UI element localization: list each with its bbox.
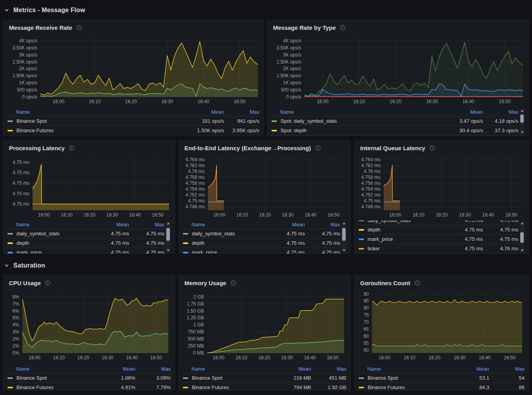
series-label[interactable]: depth	[192, 240, 205, 246]
series-label[interactable]: Spot: depth	[281, 127, 307, 133]
legend-sort-mean[interactable]: Mean	[122, 366, 135, 372]
series-label[interactable]: daily_symbol_stats	[16, 231, 60, 237]
legend-scrollbar[interactable]	[519, 221, 525, 253]
series-label[interactable]: depth	[16, 240, 29, 246]
scrollbar-up-arrow-icon[interactable]	[343, 222, 346, 224]
svg-text:16:30: 16:30	[106, 212, 118, 218]
series-label[interactable]: daily_symbol_stats	[368, 220, 411, 223]
time-series-chart[interactable]: 16:0016:1016:2016:3016:4016:504K ops/s3.…	[271, 33, 525, 108]
legend-scrollbar[interactable]	[341, 221, 346, 253]
legend-sort-mean[interactable]: Mean	[476, 366, 489, 372]
panel-title[interactable]: Internal Queue Latency	[360, 145, 425, 151]
panel-title[interactable]: Goroutines Count	[360, 280, 410, 286]
legend-scrollbar[interactable]	[519, 109, 525, 135]
panel-title[interactable]: Memory Usage	[184, 280, 226, 286]
scrollbar-up-arrow-icon[interactable]	[167, 222, 170, 224]
series-label[interactable]: Binance Futures	[368, 384, 405, 390]
info-icon[interactable]	[315, 145, 321, 151]
series-label[interactable]: ticker	[368, 246, 380, 251]
legend-sort-name[interactable]: Name	[191, 366, 205, 372]
time-series-chart[interactable]: 16:0016:1016:2016:3016:4016:504.75 ms4.7…	[7, 153, 171, 220]
scrollbar-track[interactable]	[342, 225, 346, 249]
panel-title[interactable]: Processing Latency	[9, 145, 65, 151]
panel-title[interactable]: CPU Usage	[9, 280, 41, 286]
legend-sort-mean[interactable]: Mean	[470, 109, 483, 115]
legend-sort-mean[interactable]: Mean	[298, 366, 311, 372]
svg-text:16:10: 16:10	[61, 212, 73, 218]
time-series-chart[interactable]: 16:0016:1016:2016:3016:4016:504.764 ms4.…	[183, 153, 346, 220]
series-color-swatch-icon	[183, 233, 188, 235]
legend: NameMeanMaxdaily_symbol_stats4.75 ms4.75…	[183, 220, 346, 253]
info-icon[interactable]	[76, 25, 82, 31]
info-icon[interactable]	[414, 280, 420, 286]
scrollbar-down-arrow-icon[interactable]	[521, 131, 524, 133]
legend-sort-mean[interactable]: Mean	[292, 222, 305, 228]
legend-sort-mean[interactable]: Mean	[211, 109, 224, 115]
legend-sort-max[interactable]: Max	[515, 366, 525, 372]
series-label[interactable]: Binance Spot	[192, 375, 222, 381]
series-label[interactable]: mark_price	[192, 249, 217, 253]
legend-sort-max[interactable]: Max	[161, 366, 171, 372]
series-mean-value: 4.75 ms	[87, 240, 129, 246]
time-series-chart[interactable]: 16:0016:1016:2016:3016:4016:504.764 ms4.…	[359, 153, 525, 220]
series-label[interactable]: daily_symbol_stats	[192, 231, 235, 237]
legend-sort-max[interactable]: Max	[250, 109, 259, 115]
scrollbar-thumb[interactable]	[520, 232, 524, 243]
scrollbar-track[interactable]	[520, 113, 524, 131]
svg-text:16:00: 16:00	[53, 99, 64, 104]
svg-text:65: 65	[364, 326, 369, 332]
svg-text:500 ops/s: 500 ops/s	[17, 87, 37, 93]
time-series-chart[interactable]: 16:0016:1016:2016:3016:4016:509085807570…	[359, 288, 525, 365]
panel-title[interactable]: Message Rate by Type	[273, 24, 336, 31]
series-label[interactable]: mark_price	[16, 249, 42, 253]
svg-text:1.50K ops/s: 1.50K ops/s	[277, 73, 301, 78]
series-label[interactable]: Binance Futures	[16, 127, 54, 133]
scrollbar-thumb[interactable]	[520, 115, 524, 123]
legend-rows: NameMeanMaxdaily_symbol_stats4.75 ms4.75…	[183, 220, 346, 253]
legend-scrollbar[interactable]	[166, 221, 171, 253]
legend-sort-name[interactable]: Name	[16, 366, 30, 372]
scrollbar-thumb[interactable]	[166, 228, 170, 241]
time-series-chart[interactable]: 16:0016:1016:2016:3016:4016:502 GB1.75 G…	[183, 288, 346, 365]
legend-sort-name[interactable]: Name	[191, 222, 205, 228]
section-header-metrics-message-flow[interactable]: Metrics - Message Flow	[4, 4, 529, 16]
scrollbar-up-arrow-icon[interactable]	[521, 110, 524, 112]
panel-title[interactable]: Message Receive Rate	[9, 24, 72, 31]
scrollbar-track[interactable]	[520, 225, 524, 249]
legend-sort-max[interactable]: Max	[155, 222, 164, 228]
series-label[interactable]: mark_price	[368, 236, 393, 242]
scrollbar-thumb[interactable]	[342, 228, 346, 241]
series-label[interactable]: depth	[368, 227, 381, 233]
info-icon[interactable]	[429, 145, 435, 151]
legend-sort-max[interactable]: Max	[337, 366, 346, 372]
series-label[interactable]: Binance Futures	[192, 384, 229, 390]
scrollbar-down-arrow-icon[interactable]	[521, 249, 524, 251]
svg-text:80: 80	[364, 305, 369, 311]
scrollbar-up-arrow-icon[interactable]	[521, 222, 524, 224]
info-icon[interactable]	[340, 25, 346, 31]
section-header-saturation[interactable]: Saturation	[4, 259, 529, 272]
scrollbar-track[interactable]	[166, 225, 170, 249]
info-icon[interactable]	[230, 280, 236, 286]
legend-sort-name[interactable]: Name	[280, 109, 294, 115]
scrollbar-down-arrow-icon[interactable]	[343, 249, 346, 251]
legend-sort-name[interactable]: Name	[16, 222, 30, 228]
legend-sort-max[interactable]: Max	[330, 222, 340, 228]
legend-sort-mean[interactable]: Mean	[116, 222, 129, 228]
svg-text:16:40: 16:40	[197, 99, 209, 104]
info-icon[interactable]	[69, 145, 75, 151]
legend-sort-name[interactable]: Name	[367, 366, 381, 372]
legend-sort-name[interactable]: Name	[16, 109, 30, 115]
scrollbar-down-arrow-icon[interactable]	[167, 249, 170, 251]
time-series-chart[interactable]: 16:0016:1016:2016:3016:4016:508%7%6%5%4%…	[7, 288, 171, 365]
time-series-chart[interactable]: 16:0016:1016:2016:3016:4016:504K ops/s3.…	[7, 33, 259, 108]
series-label[interactable]: Binance Spot	[368, 375, 398, 381]
legend-sort-max[interactable]: Max	[508, 109, 518, 115]
series-label[interactable]: Binance Spot	[16, 375, 47, 381]
series-label[interactable]: Spot: daily_symbol_stats	[281, 118, 337, 124]
info-icon[interactable]	[45, 280, 51, 286]
series-label[interactable]: Binance Futures	[16, 384, 54, 390]
svg-text:4.75 ms: 4.75 ms	[364, 198, 381, 204]
series-label[interactable]: Binance Spot	[16, 118, 47, 124]
panel-title[interactable]: End-to-End Latency (Exchange→Processing)	[184, 145, 311, 151]
